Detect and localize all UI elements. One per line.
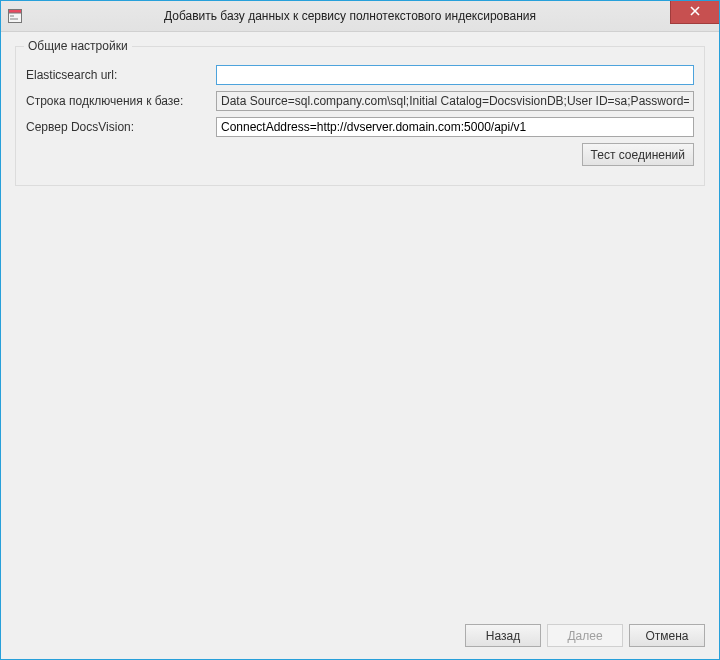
spacer [15,186,705,606]
input-docsvision-server[interactable] [216,117,694,137]
cancel-button[interactable]: Отмена [629,624,705,647]
test-connections-button[interactable]: Тест соединений [582,143,694,166]
input-elasticsearch-url[interactable] [216,65,694,85]
row-docsvision-server: Сервер DocsVision: [26,117,694,137]
window-title: Добавить базу данных к сервису полнотекс… [29,9,719,23]
svg-rect-3 [10,18,18,20]
close-icon [690,6,700,18]
general-settings-title: Общие настройки [24,39,132,53]
next-button[interactable]: Далее [547,624,623,647]
svg-rect-1 [9,10,22,14]
close-button[interactable] [670,1,719,24]
input-connection-string[interactable] [216,91,694,111]
wizard-footer: Назад Далее Отмена [1,616,719,659]
label-elasticsearch: Elasticsearch url: [26,68,216,82]
wizard-window: Добавить базу данных к сервису полнотекс… [0,0,720,660]
test-row: Тест соединений [26,143,694,166]
label-connection-string: Строка подключения к базе: [26,94,216,108]
back-button[interactable]: Назад [465,624,541,647]
svg-rect-2 [10,15,14,17]
label-docsvision-server: Сервер DocsVision: [26,120,216,134]
titlebar: Добавить базу данных к сервису полнотекс… [1,1,719,32]
client-area: Общие настройки Elasticsearch url: Строк… [1,32,719,616]
app-icon [7,8,23,24]
row-elasticsearch: Elasticsearch url: [26,65,694,85]
general-settings-group: Общие настройки Elasticsearch url: Строк… [15,46,705,186]
row-connection-string: Строка подключения к базе: [26,91,694,111]
